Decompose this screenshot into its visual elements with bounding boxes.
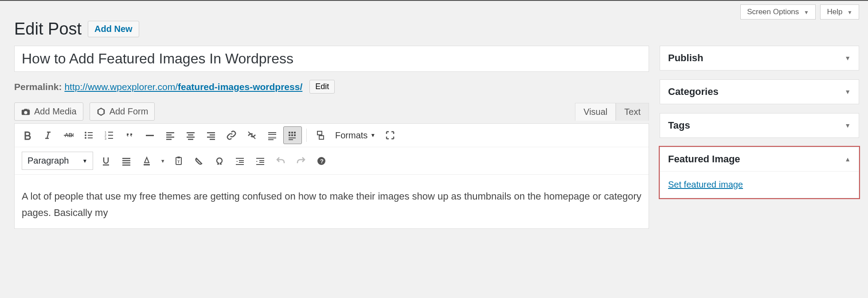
permalink-row: Permalink: http://www.wpexplorer.com/fea…	[14, 80, 649, 94]
svg-rect-36	[289, 134, 290, 136]
blockquote-button[interactable]	[120, 126, 139, 144]
svg-rect-57	[259, 160, 264, 161]
categories-metabox: Categories	[660, 79, 859, 104]
add-media-label: Add Media	[34, 106, 77, 117]
camera-icon	[21, 107, 31, 117]
strikethrough-button[interactable]: ABC	[59, 126, 78, 144]
formats-dropdown[interactable]: Formats	[332, 130, 379, 141]
tab-visual[interactable]: Visual	[575, 103, 616, 121]
svg-rect-56	[256, 158, 264, 159]
edit-permalink-button[interactable]: Edit	[309, 80, 335, 94]
hr-button[interactable]	[141, 126, 159, 144]
indent-button[interactable]	[251, 152, 270, 170]
page-break-button[interactable]	[311, 126, 330, 144]
svg-rect-13	[108, 138, 113, 139]
link-button[interactable]	[222, 126, 241, 144]
chevron-down-icon	[847, 9, 852, 16]
bold-button[interactable]	[18, 126, 37, 144]
svg-rect-18	[166, 139, 172, 140]
chevron-down-icon	[370, 132, 375, 138]
chevron-down-icon	[160, 158, 165, 164]
svg-point-3	[85, 134, 86, 136]
paragraph-dropdown[interactable]: Paragraph	[22, 152, 93, 170]
editor: ABC 123 Formats	[14, 123, 649, 229]
svg-rect-46	[122, 162, 130, 164]
add-new-button[interactable]: Add New	[88, 21, 139, 37]
help-icon-button[interactable]: ?	[312, 152, 331, 170]
publish-title: Publish	[668, 52, 703, 64]
svg-point-2	[85, 132, 86, 133]
align-left-button[interactable]	[161, 126, 180, 144]
chevron-down-icon	[845, 55, 851, 62]
svg-rect-6	[88, 135, 93, 136]
add-form-button[interactable]: Add Form	[90, 102, 155, 121]
separator	[306, 129, 307, 142]
svg-text:?: ?	[320, 158, 324, 165]
svg-rect-32	[268, 139, 274, 140]
clear-formatting-button[interactable]	[190, 152, 208, 170]
underline-button[interactable]	[97, 152, 115, 170]
tags-metabox: Tags	[660, 113, 859, 138]
set-featured-image-link[interactable]: Set featured image	[668, 180, 743, 189]
italic-button[interactable]	[39, 126, 57, 144]
svg-rect-15	[166, 132, 174, 133]
text-color-button[interactable]	[137, 152, 156, 170]
bullet-list-button[interactable]	[79, 126, 98, 144]
redo-button[interactable]	[292, 152, 310, 170]
svg-rect-25	[207, 137, 215, 138]
permalink-link[interactable]: http://www.wpexplorer.com/featured-image…	[64, 82, 302, 92]
formats-label: Formats	[335, 130, 368, 141]
svg-text:3: 3	[105, 137, 106, 140]
tags-toggle[interactable]: Tags	[660, 114, 859, 137]
svg-rect-7	[88, 137, 93, 138]
outdent-button[interactable]	[231, 152, 249, 170]
chevron-down-icon	[82, 158, 87, 164]
svg-rect-23	[207, 132, 215, 133]
align-right-button[interactable]	[202, 126, 220, 144]
insert-more-button[interactable]	[263, 126, 282, 144]
featured-image-toggle[interactable]: Featured Image	[660, 147, 859, 171]
svg-rect-14	[146, 135, 154, 136]
svg-rect-48	[144, 164, 150, 165]
text-color-chevron[interactable]	[158, 152, 168, 170]
svg-rect-59	[256, 164, 264, 165]
svg-rect-45	[122, 160, 130, 161]
svg-text:T: T	[177, 160, 180, 164]
help-button[interactable]: Help	[820, 4, 859, 20]
svg-rect-35	[294, 132, 296, 133]
chevron-up-icon	[845, 156, 851, 163]
tab-text[interactable]: Text	[616, 103, 649, 121]
featured-image-title: Featured Image	[668, 153, 740, 165]
chevron-down-icon	[804, 9, 809, 16]
editor-content[interactable]: A lot of people that use my free themes …	[15, 175, 649, 228]
undo-button[interactable]	[271, 152, 290, 170]
post-title-input[interactable]	[14, 46, 649, 72]
numbered-list-button[interactable]: 123	[100, 126, 118, 144]
page-title: Edit Post	[14, 20, 82, 39]
fullscreen-button[interactable]	[381, 126, 399, 144]
svg-rect-30	[268, 136, 276, 137]
svg-rect-17	[166, 137, 174, 138]
svg-rect-42	[319, 136, 324, 139]
add-form-label: Add Form	[109, 106, 149, 117]
svg-rect-16	[166, 134, 172, 136]
categories-title: Categories	[668, 86, 719, 98]
svg-rect-44	[122, 158, 130, 159]
categories-toggle[interactable]: Categories	[660, 80, 859, 104]
add-media-button[interactable]: Add Media	[14, 102, 83, 121]
special-char-button[interactable]	[210, 152, 229, 170]
paste-text-button[interactable]: T	[169, 152, 188, 170]
toolbar-toggle-button[interactable]	[283, 126, 302, 144]
unlink-button[interactable]	[242, 126, 261, 144]
svg-rect-29	[268, 134, 276, 135]
screen-options-button[interactable]: Screen Options	[740, 4, 816, 20]
justify-button[interactable]	[117, 152, 136, 170]
align-center-button[interactable]	[181, 126, 200, 144]
publish-toggle[interactable]: Publish	[660, 46, 859, 70]
svg-rect-22	[188, 139, 193, 140]
svg-rect-52	[236, 158, 244, 159]
svg-rect-5	[88, 132, 93, 133]
svg-rect-39	[289, 137, 296, 138]
svg-rect-19	[187, 132, 195, 133]
svg-rect-21	[187, 137, 195, 138]
